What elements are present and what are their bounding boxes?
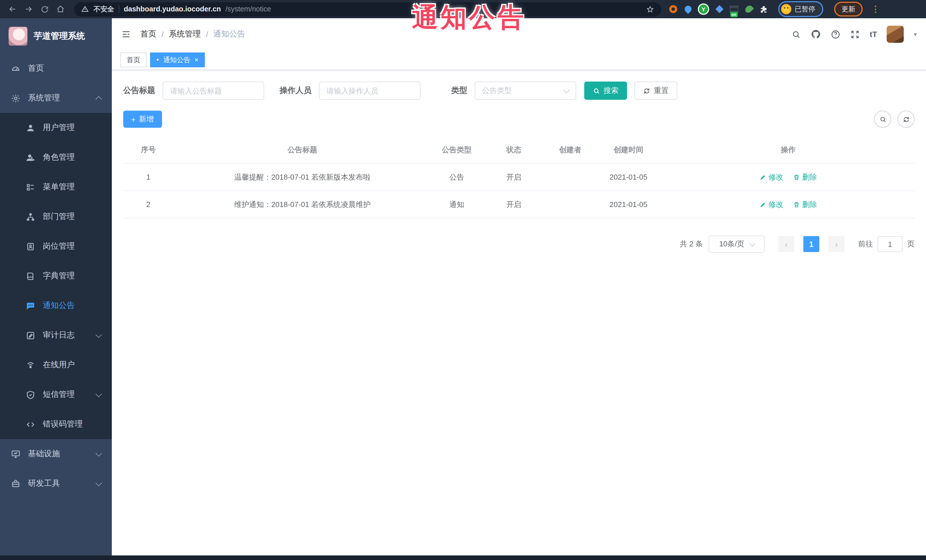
edit-label: 修改 (769, 172, 783, 182)
tab-home[interactable]: 首页 (120, 53, 147, 67)
sidebar-item-label: 研发工具 (28, 478, 60, 489)
add-button-label: 新增 (139, 114, 154, 124)
sidebar-item-role-management[interactable]: 角色管理 (0, 143, 112, 172)
toolbox-icon (11, 479, 21, 488)
browser-back-icon[interactable] (6, 2, 20, 16)
type-filter-select[interactable]: 公告类型 (475, 82, 576, 100)
extension-map-pin-icon[interactable] (683, 4, 693, 14)
sidebar-item-label: 用户管理 (43, 122, 75, 133)
browser-forward-icon[interactable] (22, 2, 35, 16)
list-icon (26, 182, 35, 192)
sidebar-item-post-management[interactable]: 岗位管理 (0, 231, 112, 261)
sidebar-item-online-users[interactable]: 在线用户 (0, 350, 112, 380)
delete-link[interactable]: 删除 (793, 172, 817, 182)
user-avatar[interactable] (887, 26, 904, 43)
page-size-select[interactable]: 10条/页 (709, 235, 764, 253)
extension-diamond-icon[interactable] (714, 4, 724, 14)
notice-table: 序号 公告标题 公告类型 状态 创建者 创建时间 操作 1 温馨提醒：2018-… (123, 137, 915, 219)
extension-green-circle-icon[interactable]: Y (698, 3, 709, 15)
sidebar-fold-icon[interactable] (121, 29, 131, 39)
github-icon[interactable] (811, 29, 821, 39)
add-button[interactable]: + 新增 (123, 111, 162, 128)
prev-page-button[interactable]: ‹ (778, 236, 794, 252)
browser-update-button[interactable]: 更新 (834, 2, 862, 17)
reset-button[interactable]: 重置 (634, 82, 677, 100)
col-create-time: 创建时间 (595, 145, 662, 155)
address-bar[interactable]: 不安全 dashboard.yudao.iocoder.cn/system/no… (74, 2, 661, 16)
sidebar-item-dict-management[interactable]: 字典管理 (0, 261, 112, 291)
insecure-warning-icon (81, 5, 89, 13)
sidebar-item-menu-management[interactable]: 菜单管理 (0, 172, 112, 202)
delete-label: 删除 (802, 172, 817, 182)
cell-title: 维护通知：2018-07-01 若依系统凌晨维护 (174, 199, 431, 210)
sidebar-item-label: 错误码管理 (43, 419, 83, 429)
browser-home-icon[interactable] (54, 2, 67, 16)
col-type: 公告类型 (431, 145, 482, 155)
sidebar-item-label: 审计日志 (43, 330, 75, 340)
next-page-button[interactable]: › (828, 236, 844, 252)
table-row: 1 温馨提醒：2018-07-01 若依新版本发布啦 公告 开启 2021-01… (123, 164, 915, 191)
tab-notice-announcement[interactable]: ● 通知公告 × (150, 53, 205, 67)
sidebar-item-dev-tools[interactable]: 研发工具 (0, 469, 112, 498)
tab-close-icon[interactable]: × (195, 56, 198, 63)
sidebar-item-infrastructure[interactable]: 基础设施 (0, 439, 112, 469)
goto-page-input[interactable] (878, 236, 903, 252)
delete-link[interactable]: 删除 (793, 199, 817, 210)
browser-menu-kebab-icon[interactable]: ⋮ (871, 4, 880, 14)
chevron-up-icon (95, 96, 102, 103)
cell-status: 开启 (482, 199, 545, 210)
tags-view-bar: 首页 ● 通知公告 × (112, 50, 926, 70)
toggle-search-button[interactable] (874, 111, 891, 128)
sidebar-item-error-code-management[interactable]: 错误码管理 (0, 409, 112, 439)
refresh-table-button[interactable] (897, 111, 915, 128)
search-icon[interactable] (791, 29, 801, 39)
avatar-caret-down-icon[interactable]: ▾ (914, 30, 917, 38)
extensions-puzzle-icon[interactable] (759, 4, 769, 14)
refresh-icon (902, 115, 910, 123)
reset-button-label: 重置 (654, 86, 669, 96)
edit-document-icon (26, 331, 35, 340)
sidebar-item-audit-log[interactable]: 审计日志 (0, 320, 112, 350)
sidebar-item-user-management[interactable]: 用户管理 (0, 113, 112, 143)
current-page-button[interactable]: 1 (803, 236, 819, 252)
help-icon[interactable] (831, 29, 841, 39)
update-label: 更新 (841, 4, 855, 14)
header-actions: tT ▾ (791, 26, 917, 43)
pagination: 共 2 条 10条/页 ‹ 1 › 前往 页 (123, 235, 915, 253)
shield-check-icon (26, 390, 35, 400)
title-filter-input[interactable] (163, 82, 264, 100)
chevron-down-icon (95, 450, 102, 456)
browser-reload-icon[interactable] (38, 2, 51, 16)
profile-paused-chip[interactable]: 已暂停 (778, 1, 823, 17)
col-no: 序号 (123, 145, 174, 155)
page-content: 公告标题 操作人员 类型 公告类型 搜索 (112, 70, 926, 555)
sidebar: 芋道管理系统 首页 系统管理 用户管理 角色管理 (0, 18, 112, 555)
breadcrumb-home[interactable]: 首页 (140, 29, 156, 39)
breadcrumb-system[interactable]: 系统管理 (169, 29, 201, 39)
sidebar-item-label: 菜单管理 (43, 182, 75, 192)
font-size-icon[interactable]: tT (870, 30, 877, 39)
edit-link[interactable]: 修改 (760, 172, 783, 182)
address-divider (119, 5, 119, 13)
user-icon (26, 123, 35, 133)
extension-sprout-icon[interactable] (744, 4, 754, 14)
search-button[interactable]: 搜索 (584, 82, 627, 100)
operator-filter-input[interactable] (319, 82, 421, 100)
extension-switchy-icon[interactable]: on (729, 4, 739, 14)
cell-no: 2 (123, 200, 174, 209)
sidebar-item-dept-management[interactable]: 部门管理 (0, 202, 112, 231)
search-form: 公告标题 操作人员 类型 公告类型 搜索 (123, 82, 915, 100)
fullscreen-icon[interactable] (850, 29, 860, 39)
edit-link[interactable]: 修改 (760, 199, 783, 210)
online-signal-icon (26, 360, 35, 370)
sidebar-logo-row[interactable]: 芋道管理系统 (0, 18, 112, 54)
bookmark-star-icon[interactable] (646, 5, 654, 14)
pencil-icon (760, 201, 766, 208)
sidebar-item-notice-announcement[interactable]: 通知公告 (0, 291, 112, 320)
application-window: 通知公告 不安全 dashboard.yudao.iocoder.cn/syst… (0, 0, 926, 560)
goto-label: 前往 (858, 239, 873, 249)
sidebar-item-system-management[interactable]: 系统管理 (0, 83, 112, 113)
extension-orange-donut-icon[interactable] (668, 4, 678, 14)
sidebar-item-sms-management[interactable]: 短信管理 (0, 380, 112, 409)
sidebar-item-home[interactable]: 首页 (0, 54, 112, 83)
